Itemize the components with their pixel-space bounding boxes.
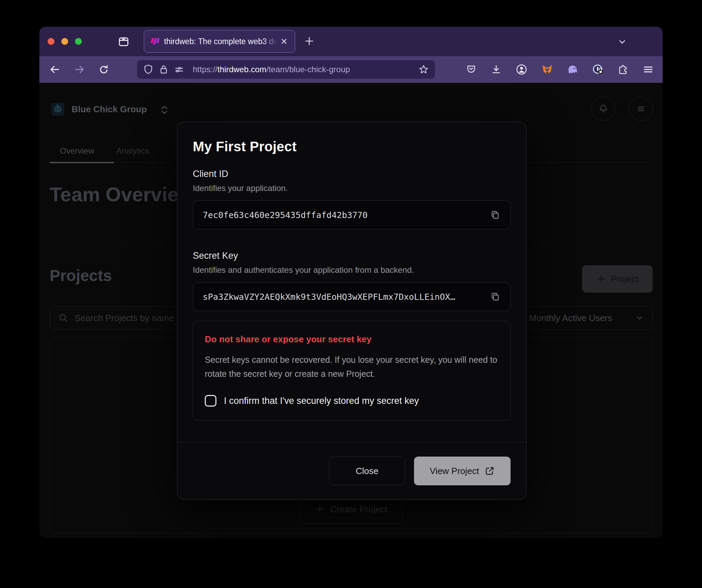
client-id-field[interactable]: 7ec0fe63c460e295435dffafd42b3770	[193, 201, 511, 229]
chevron-updown-icon[interactable]	[160, 105, 169, 116]
bell-icon[interactable]	[591, 97, 615, 121]
copy-icon[interactable]	[490, 209, 501, 220]
window-zoom-button[interactable]	[75, 38, 82, 45]
close-button[interactable]: Close	[329, 457, 405, 485]
project-created-modal: My First Project Client ID Identifies yo…	[177, 122, 526, 500]
tab-close-icon[interactable]: ✕	[280, 37, 288, 46]
extensions-puzzle-icon[interactable]	[618, 64, 629, 75]
page-title: Team Overview	[50, 183, 194, 206]
chevron-down-icon	[635, 314, 644, 322]
toolbar-extension-icons	[466, 56, 654, 83]
client-id-description: Identifies your application.	[193, 183, 511, 193]
confirm-checkbox[interactable]	[205, 395, 216, 407]
forward-icon[interactable]	[74, 64, 85, 76]
secret-key-field[interactable]: sPa3ZkwaVZY2AEQkXmk9t3VdEoHQ3wXEPFLmx7Dx…	[193, 282, 511, 311]
url-domain: thirdweb.com	[217, 65, 266, 74]
active-tab-underline	[50, 162, 114, 163]
lock-icon[interactable]	[159, 64, 168, 75]
warning-body: Secret keys cannot be recovered. If you …	[205, 353, 499, 381]
window-minimize-button[interactable]	[61, 38, 68, 45]
sort-dropdown[interactable]: Monthly Active Users	[521, 306, 653, 330]
url-bar[interactable]: https://thirdweb.com/team/blue-chick-gro…	[137, 60, 435, 79]
screenshot-stage: thirdweb: The complete web3 de ✕	[0, 0, 702, 588]
download-icon[interactable]	[491, 64, 502, 75]
firefox-view-icon[interactable]	[117, 36, 130, 49]
menu-circle-icon[interactable]	[629, 97, 653, 121]
tab-analytics[interactable]: Analytics	[106, 140, 159, 162]
tab-title: thirdweb: The complete web3 de	[164, 37, 279, 46]
search-icon	[58, 313, 68, 323]
plus-icon	[597, 274, 606, 284]
modal-footer: Close View Project	[177, 442, 526, 499]
phantom-ghost-icon[interactable]	[567, 64, 578, 75]
thirdweb-favicon	[149, 38, 159, 45]
warning-title: Do not share or expose your secret key	[205, 334, 499, 345]
tab-list-chevron-icon[interactable]	[617, 37, 627, 48]
team-avatar[interactable]	[51, 103, 64, 116]
client-id-label: Client ID	[193, 169, 511, 179]
back-icon[interactable]	[49, 64, 61, 76]
add-project-button[interactable]: Project	[582, 265, 653, 293]
metamask-fox-icon[interactable]	[541, 64, 553, 75]
client-id-value[interactable]: 7ec0fe63c460e295435dffafd42b3770	[203, 210, 483, 220]
browser-tab[interactable]: thirdweb: The complete web3 de ✕	[144, 30, 295, 53]
reload-icon[interactable]	[98, 64, 109, 76]
modal-title: My First Project	[193, 139, 511, 154]
shield-icon[interactable]	[143, 64, 153, 75]
window-controls	[48, 38, 82, 45]
wallet-lock-icon[interactable]	[592, 64, 604, 75]
account-icon[interactable]	[516, 64, 527, 75]
confirm-checkbox-label[interactable]: I confirm that I've securely stored my s…	[224, 396, 419, 406]
confirm-row: I confirm that I've securely stored my s…	[205, 395, 499, 407]
copy-icon[interactable]	[490, 291, 501, 302]
secret-key-label: Secret Key	[193, 251, 511, 261]
view-project-button[interactable]: View Project	[414, 457, 511, 485]
bookmark-star-icon[interactable]	[418, 64, 429, 75]
browser-toolbar: https://thirdweb.com/team/blue-chick-gro…	[39, 56, 663, 83]
secret-key-warning-card: Do not share or expose your secret key S…	[193, 321, 511, 421]
new-tab-icon[interactable]	[303, 35, 315, 49]
secret-key-description: Identifies and authenticates your applic…	[193, 265, 511, 275]
window-close-button[interactable]	[48, 38, 54, 45]
tab-overview[interactable]: Overview	[50, 140, 104, 162]
url-path: /team/blue-chick-group	[266, 65, 350, 74]
team-name[interactable]: Blue Chick Group	[72, 104, 147, 115]
menu-icon[interactable]	[643, 64, 654, 75]
secret-key-value[interactable]: sPa3ZkwaVZY2AEQkXmk9t3VdEoHQ3wXEPFLmx7Dx…	[203, 292, 483, 302]
browser-tab-bar: thirdweb: The complete web3 de ✕	[39, 27, 663, 56]
external-link-icon	[485, 466, 495, 476]
permissions-icon[interactable]	[174, 64, 184, 75]
url-scheme: https://	[193, 65, 217, 74]
url-text[interactable]: https://thirdweb.com/team/blue-chick-gro…	[193, 65, 414, 74]
pocket-icon[interactable]	[466, 64, 477, 75]
projects-heading: Projects	[50, 266, 112, 285]
plus-icon	[315, 504, 325, 514]
